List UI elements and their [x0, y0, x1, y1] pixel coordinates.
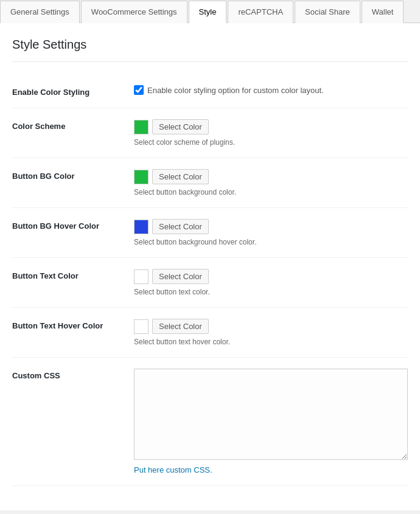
tab-social-share[interactable]: Social Share [295, 1, 360, 23]
button-bg-color-select-btn[interactable]: Select Color [152, 169, 209, 184]
button-text-color-label: Button Text Color [12, 269, 134, 280]
button-bg-hover-color-label: Button BG Hover Color [12, 219, 134, 231]
custom-css-textarea[interactable] [134, 369, 408, 460]
tab-wallet[interactable]: Wallet [362, 1, 404, 23]
color-scheme-description: Select color scheme of plugins. [134, 138, 408, 147]
color-scheme-row: Color Scheme Select Color Select color s… [12, 108, 408, 158]
button-text-hover-color-row: Button Text Hover Color Select Color Sel… [12, 308, 408, 358]
button-text-color-select-btn[interactable]: Select Color [152, 269, 209, 284]
custom-css-description: Put here custom CSS. [134, 465, 408, 474]
button-bg-color-control: Select Color Select button background co… [134, 169, 408, 196]
custom-css-control: Put here custom CSS. [134, 369, 408, 474]
button-bg-hover-color-control: Select Color Select button background ho… [134, 219, 408, 246]
button-bg-hover-color-swatch [134, 220, 149, 234]
enable-color-styling-checkbox-row: Enable color styling option for custom c… [134, 85, 408, 95]
button-bg-color-row: Button BG Color Select Color Select butt… [12, 158, 408, 208]
color-scheme-control: Select Color Select color scheme of plug… [134, 119, 408, 147]
color-scheme-label: Color Scheme [12, 119, 134, 131]
color-scheme-color-row: Select Color [134, 119, 408, 134]
custom-css-link[interactable]: Put here custom CSS. [134, 465, 212, 474]
button-bg-hover-color-select-btn[interactable]: Select Color [152, 219, 209, 234]
button-text-hover-color-swatch [134, 319, 149, 334]
tab-general-settings[interactable]: General Settings [0, 1, 80, 23]
button-text-hover-color-control: Select Color Select button text hover co… [134, 319, 408, 346]
button-text-hover-color-label: Button Text Hover Color [12, 319, 134, 330]
button-text-color-swatch [134, 269, 149, 284]
button-bg-color-description: Select button background color. [134, 188, 408, 196]
color-scheme-select-btn[interactable]: Select Color [152, 119, 209, 134]
button-bg-color-row-inner: Select Color [134, 169, 408, 184]
enable-color-styling-checkbox-label[interactable]: Enable color styling option for custom c… [147, 86, 324, 95]
button-text-hover-color-select-btn[interactable]: Select Color [152, 319, 209, 334]
tab-recaptcha[interactable]: reCAPTCHA [228, 1, 293, 23]
custom-css-row: Custom CSS Put here custom CSS. [12, 358, 408, 486]
button-text-hover-color-description: Select button text hover color. [134, 338, 408, 346]
button-text-color-row-inner: Select Color [134, 269, 408, 284]
tabs-bar: General SettingsWooCommerce SettingsStyl… [0, 0, 420, 23]
button-bg-color-label: Button BG Color [12, 169, 134, 181]
custom-css-label: Custom CSS [12, 369, 134, 380]
button-bg-hover-color-row: Button BG Hover Color Select Color Selec… [12, 208, 408, 258]
enable-color-styling-row: Enable Color Styling Enable color stylin… [12, 74, 408, 108]
enable-color-styling-checkbox[interactable] [134, 85, 144, 95]
tab-style[interactable]: Style [189, 1, 227, 23]
enable-color-styling-control: Enable color styling option for custom c… [134, 85, 408, 95]
color-scheme-swatch [134, 120, 149, 134]
button-bg-hover-color-row-inner: Select Color [134, 219, 408, 234]
button-text-color-row: Button Text Color Select Color Select bu… [12, 258, 408, 308]
page-title: Style Settings [12, 38, 408, 62]
button-text-hover-color-row-inner: Select Color [134, 319, 408, 334]
enable-color-styling-label: Enable Color Styling [12, 85, 134, 97]
main-content: Style Settings Enable Color Styling Enab… [0, 23, 420, 510]
button-text-color-control: Select Color Select button text color. [134, 269, 408, 296]
button-text-color-description: Select button text color. [134, 288, 408, 296]
button-bg-hover-color-description: Select button background hover color. [134, 238, 408, 246]
tab-woocommerce-settings[interactable]: WooCommerce Settings [81, 1, 187, 23]
button-bg-color-swatch [134, 170, 149, 184]
